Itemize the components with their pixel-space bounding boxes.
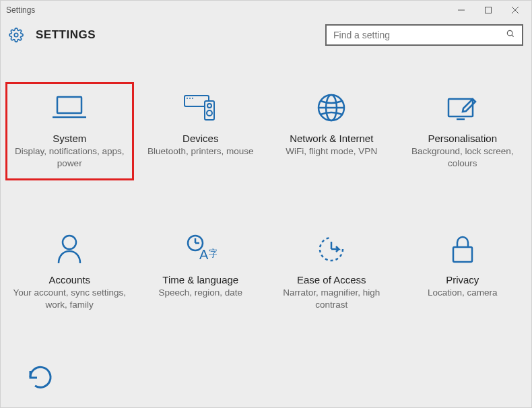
tile-time-language[interactable]: A 字 Time & language Speech, region, date — [139, 226, 263, 320]
tile-network[interactable]: Network & Internet WiFi, flight mode, VP… — [269, 84, 394, 178]
update-icon — [24, 360, 57, 394]
minimize-button[interactable] — [448, 1, 475, 19]
svg-rect-7 — [57, 97, 81, 113]
tile-system[interactable]: System Display, notifications, apps, pow… — [7, 84, 132, 178]
tile-update[interactable] — [1, 320, 531, 394]
close-button[interactable] — [502, 1, 529, 19]
tile-desc: Narrator, magnifier, high contrast — [275, 287, 389, 310]
window-title: Settings — [6, 5, 35, 15]
tile-title: Time & language — [162, 274, 238, 285]
tile-desc: Bluetooth, printers, mouse — [147, 145, 254, 158]
titlebar: Settings — [1, 1, 531, 20]
tile-desc: WiFi, flight mode, VPN — [286, 145, 377, 158]
tile-desc: Your account, sync settings, work, famil… — [13, 287, 127, 310]
svg-rect-1 — [486, 7, 492, 13]
tile-title: Devices — [182, 133, 218, 144]
personalisation-icon — [446, 91, 479, 125]
tile-personalisation[interactable]: Personalisation Background, lock screen,… — [401, 84, 525, 178]
tile-accounts[interactable]: Accounts Your account, sync settings, wo… — [7, 226, 132, 320]
settings-tiles: System Display, notifications, apps, pow… — [1, 50, 531, 320]
svg-rect-28 — [453, 247, 472, 262]
ease-of-access-icon — [316, 232, 347, 266]
header: SETTINGS — [1, 20, 531, 50]
lock-icon — [450, 232, 475, 266]
tile-title: Network & Internet — [290, 133, 373, 144]
person-icon — [56, 232, 83, 266]
svg-point-21 — [63, 236, 76, 249]
svg-point-4 — [14, 33, 18, 37]
tile-desc: Background, lock screen, colours — [406, 145, 520, 169]
tile-devices[interactable]: Devices Bluetooth, printers, mouse — [139, 84, 263, 178]
page-title: SETTINGS — [36, 28, 96, 42]
search-input[interactable] — [333, 30, 506, 40]
tile-desc: Location, camera — [428, 287, 498, 299]
svg-line-6 — [512, 35, 514, 37]
tile-title: Ease of Access — [297, 274, 366, 285]
devices-icon — [183, 91, 218, 125]
svg-text:A: A — [199, 247, 209, 262]
laptop-icon — [51, 91, 88, 125]
tile-title: System — [53, 133, 86, 144]
svg-point-5 — [507, 30, 512, 36]
tile-title: Accounts — [48, 274, 90, 285]
search-icon — [506, 29, 515, 41]
tile-title: Privacy — [446, 274, 479, 285]
time-language-icon: A 字 — [185, 232, 217, 266]
tile-desc: Display, notifications, apps, power — [13, 145, 127, 169]
window-controls — [448, 1, 529, 19]
search-box[interactable] — [325, 24, 523, 46]
maximize-button[interactable] — [475, 1, 502, 19]
svg-text:字: 字 — [209, 248, 217, 259]
tile-desc: Speech, region, date — [158, 287, 242, 299]
tile-ease-of-access[interactable]: Ease of Access Narrator, magnifier, high… — [269, 226, 394, 320]
gear-icon — [9, 28, 24, 42]
globe-icon — [317, 91, 346, 125]
tile-title: Personalisation — [428, 133, 497, 144]
tile-privacy[interactable]: Privacy Location, camera — [401, 226, 525, 320]
